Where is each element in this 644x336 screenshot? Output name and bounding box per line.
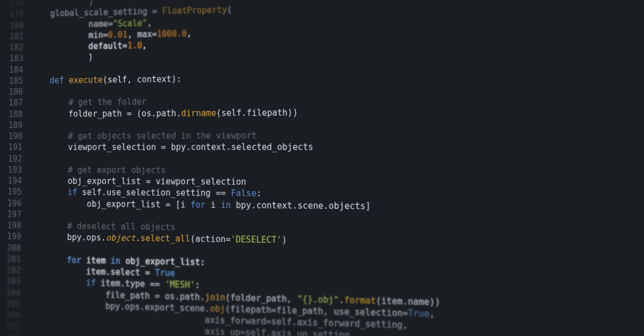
code-token: obj_export_list <box>29 176 145 186</box>
code-token: : <box>195 280 200 290</box>
line-number: 208 <box>0 332 20 336</box>
code-token: # get objects selected in the viewport <box>68 131 257 141</box>
code-token: == <box>150 279 165 290</box>
code-token: , <box>147 18 152 28</box>
line-number: 207 <box>0 320 20 332</box>
code-token: viewport_selection <box>30 142 161 152</box>
code-token: = <box>145 267 155 278</box>
line-number: 194 <box>0 175 22 186</box>
line-number: 196 <box>0 198 21 209</box>
code-token: ) <box>282 235 287 245</box>
line-number: 180 <box>1 20 24 31</box>
code-token: item <box>86 255 111 266</box>
line-number: 189 <box>0 120 23 131</box>
line-number: 182 <box>1 42 24 53</box>
code-token: def <box>49 75 69 85</box>
line-number: 204 <box>0 287 20 298</box>
code-token: os.path. <box>165 291 205 302</box>
code-token: if <box>68 188 82 198</box>
code-token: join <box>205 292 225 302</box>
code-token: = <box>165 199 175 210</box>
code-token: = <box>152 6 163 17</box>
code-token: viewport_selection <box>156 176 246 187</box>
line-number: 201 <box>0 253 21 265</box>
code-token: , <box>187 28 192 39</box>
line-number: 186 <box>0 86 23 98</box>
line-number: 197 <box>0 208 21 220</box>
code-token: ( <box>227 5 232 15</box>
code-token: 'DESELECT' <box>231 234 282 245</box>
code-token: . <box>339 295 344 305</box>
line-number: 202 <box>0 265 21 277</box>
code-token: FloatProperty <box>162 5 227 16</box>
line-number: 206 <box>0 309 20 321</box>
code-token: (folder_path, <box>225 292 297 304</box>
code-token: for <box>67 255 86 265</box>
code-token: (action= <box>190 234 230 244</box>
code-token: global_scale_setting <box>31 6 152 19</box>
code-token: name <box>31 19 108 30</box>
code-token: = <box>161 142 171 152</box>
code-area[interactable]: ) global_scale_setting = FloatProperty( … <box>23 0 644 336</box>
line-number-gutter: 1781791801811821831841851861871881891901… <box>0 0 27 336</box>
code-token: True <box>155 268 175 279</box>
code-token: # deselect all objects <box>67 221 175 233</box>
code-token: = <box>155 291 165 301</box>
code-token: 1000.0 <box>157 28 187 39</box>
code-token: in <box>221 200 236 210</box>
code-token: item.select <box>28 266 145 278</box>
code-token: # get the folder <box>69 97 147 108</box>
line-number: 195 <box>0 186 22 198</box>
code-token: ) <box>31 53 93 63</box>
code-token: . <box>135 233 140 243</box>
line-number: 188 <box>0 108 23 120</box>
code-token: (self, context): <box>103 74 181 85</box>
code-token: i <box>210 199 221 210</box>
code-editor[interactable]: 1781791801811821831841851861871881891901… <box>0 0 644 336</box>
code-token <box>28 255 67 265</box>
code-token: obj_export_list: <box>126 256 206 267</box>
line-number: 187 <box>0 98 23 109</box>
code-token: : <box>257 189 262 199</box>
line-number: 181 <box>1 31 24 42</box>
code-token: execute <box>69 75 103 85</box>
code-line[interactable]: # get objects selected in the viewport <box>30 129 644 142</box>
code-line[interactable]: viewport_selection = bpy.context.selecte… <box>30 141 644 153</box>
code-token: folder_path <box>30 108 127 119</box>
code-token: = <box>152 29 157 39</box>
line-number: 200 <box>0 242 21 254</box>
code-token: (os.path. <box>136 108 181 118</box>
code-token: bpy.context.selected_objects <box>171 142 313 152</box>
code-token: = <box>146 176 156 186</box>
code-token: obj <box>210 303 225 314</box>
code-token: bpy.ops. <box>28 232 106 243</box>
code-token <box>28 277 86 288</box>
code-token: False <box>231 188 257 198</box>
code-token: for <box>191 199 211 210</box>
code-token: == <box>216 188 231 198</box>
code-token: (item.name)) <box>376 295 440 307</box>
code-token: self.use_selection_setting <box>82 188 216 198</box>
code-token: = <box>127 108 136 118</box>
code-token: True <box>408 308 429 319</box>
line-number: 191 <box>0 142 23 153</box>
code-token: min <box>31 30 104 41</box>
line-number: 183 <box>0 53 23 64</box>
line-number: 198 <box>0 220 21 231</box>
line-number: 192 <box>0 153 22 165</box>
code-line[interactable] <box>30 153 644 166</box>
code-token: = <box>122 41 127 51</box>
code-token: # get export objects <box>68 165 166 175</box>
code-token: if <box>86 278 100 288</box>
line-number: 199 <box>0 231 21 242</box>
code-token: = <box>103 30 108 40</box>
code-token: [i <box>175 199 191 210</box>
code-token: 1.0 <box>127 41 142 51</box>
line-number: 193 <box>0 164 22 175</box>
line-number: 185 <box>0 75 23 86</box>
code-token <box>29 187 68 197</box>
line-number: 203 <box>0 275 21 287</box>
code-token <box>30 131 68 141</box>
code-token: item.type <box>100 278 150 289</box>
code-token <box>31 76 50 86</box>
